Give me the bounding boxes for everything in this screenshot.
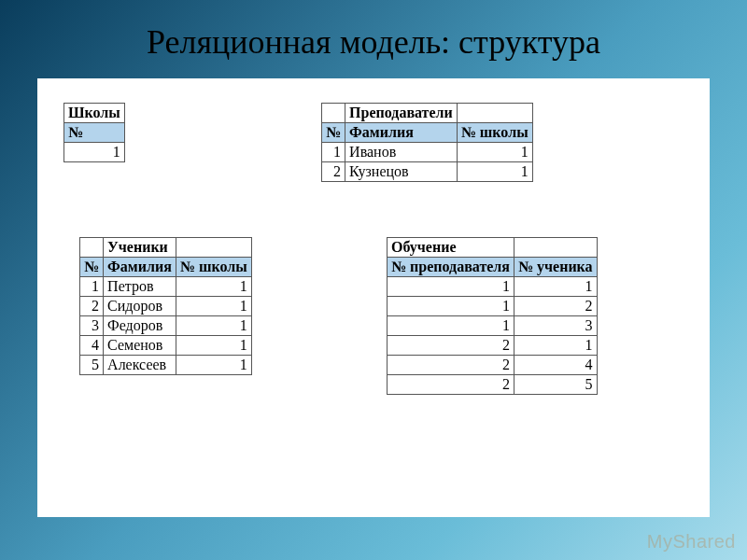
col-teachers-school: № школы xyxy=(457,123,532,143)
cell: 1 xyxy=(457,162,532,182)
cell: 1 xyxy=(64,143,125,162)
cell: 1 xyxy=(457,143,532,162)
content-area: Школы № 1 Преподаватели № Фамилия № школ… xyxy=(37,78,710,517)
cell: 5 xyxy=(80,356,104,375)
cell: 2 xyxy=(388,336,514,356)
cell: 2 xyxy=(322,162,345,182)
table-students: Ученики № Фамилия № школы 1Петров1 2Сидо… xyxy=(79,237,252,375)
cell: 1 xyxy=(176,297,251,316)
watermark: MyShared xyxy=(647,531,736,553)
cell: Семенов xyxy=(104,336,176,356)
cell: Иванов xyxy=(345,143,458,162)
col-teachers-surname: Фамилия xyxy=(345,123,458,143)
cell: 1 xyxy=(176,277,251,297)
col-training-teacher: № преподавателя xyxy=(388,258,514,277)
table-row: 2 Кузнецов 1 xyxy=(322,162,533,182)
table-row: 24 xyxy=(388,356,598,375)
cell: 1 xyxy=(514,277,597,297)
table-row: 1 xyxy=(64,143,125,162)
cell: 4 xyxy=(80,336,104,356)
cell: 2 xyxy=(388,375,514,395)
cell: 2 xyxy=(514,297,597,316)
table-row: 2Сидоров1 xyxy=(80,297,252,316)
table-row: 11 xyxy=(388,277,598,297)
spacer xyxy=(457,104,532,123)
spacer xyxy=(80,238,104,258)
cell: 1 xyxy=(80,277,104,297)
table-row: 1 Иванов 1 xyxy=(322,143,533,162)
cell: 1 xyxy=(176,356,251,375)
col-students-num: № xyxy=(80,258,104,277)
cell: 1 xyxy=(514,336,597,356)
table-row: 13 xyxy=(388,316,598,336)
col-schools-num: № xyxy=(64,123,125,143)
table-caption-training: Обучение xyxy=(388,238,514,258)
col-teachers-num: № xyxy=(322,123,345,143)
cell: 4 xyxy=(514,356,597,375)
cell: 1 xyxy=(388,297,514,316)
table-caption-schools: Школы xyxy=(64,104,125,123)
table-row: 5Алексеев1 xyxy=(80,356,252,375)
cell: Петров xyxy=(104,277,176,297)
table-teachers: Преподаватели № Фамилия № школы 1 Иванов… xyxy=(321,103,533,182)
table-training: Обучение № преподавателя № ученика 11 12… xyxy=(387,237,598,395)
col-students-school: № школы xyxy=(176,258,251,277)
cell: 2 xyxy=(388,356,514,375)
table-schools: Школы № 1 xyxy=(63,103,125,162)
spacer xyxy=(322,104,345,123)
cell: Сидоров xyxy=(104,297,176,316)
table-row: 4Семенов1 xyxy=(80,336,252,356)
table-row: 21 xyxy=(388,336,598,356)
cell: 1 xyxy=(176,316,251,336)
table-row: 25 xyxy=(388,375,598,395)
cell: 2 xyxy=(80,297,104,316)
table-row: 1Петров1 xyxy=(80,277,252,297)
table-row: 3Федоров1 xyxy=(80,316,252,336)
cell: Алексеев xyxy=(104,356,176,375)
cell: 1 xyxy=(176,336,251,356)
cell: Федоров xyxy=(104,316,176,336)
cell: 3 xyxy=(80,316,104,336)
cell: 1 xyxy=(322,143,345,162)
table-caption-students: Ученики xyxy=(104,238,176,258)
cell: 1 xyxy=(388,277,514,297)
cell: 3 xyxy=(514,316,597,336)
cell: 1 xyxy=(388,316,514,336)
spacer xyxy=(176,238,251,258)
cell: Кузнецов xyxy=(345,162,458,182)
slide-title: Реляционная модель: структура xyxy=(0,0,747,78)
table-row: 12 xyxy=(388,297,598,316)
spacer xyxy=(514,238,597,258)
cell: 5 xyxy=(514,375,597,395)
table-caption-teachers: Преподаватели xyxy=(345,104,458,123)
col-students-surname: Фамилия xyxy=(104,258,176,277)
col-training-student: № ученика xyxy=(514,258,597,277)
